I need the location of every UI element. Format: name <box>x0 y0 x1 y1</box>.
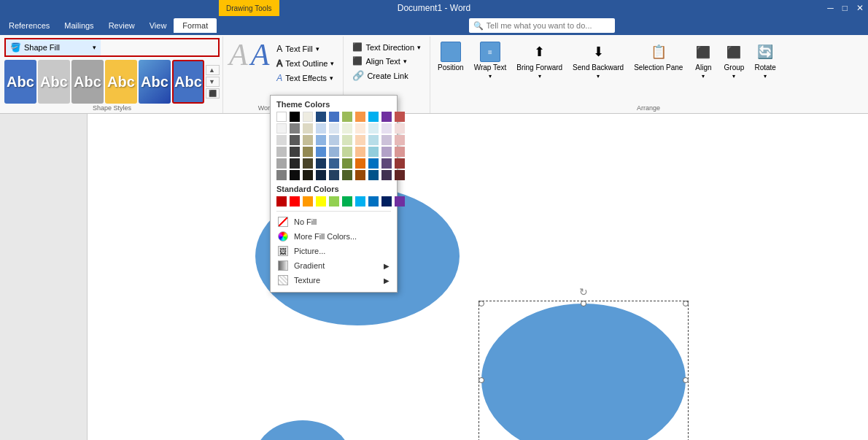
abc-style-gray[interactable]: Abc <box>38 60 70 104</box>
texture-item[interactable]: Texture ▶ <box>276 273 391 287</box>
theme-color-cell[interactable] <box>381 123 392 134</box>
theme-color-cell[interactable] <box>381 135 392 145</box>
theme-color-cell[interactable] <box>303 158 313 169</box>
abc-style-yellow[interactable]: Abc <box>105 60 137 104</box>
theme-color-cell[interactable] <box>342 135 352 145</box>
expand-icon[interactable]: ⬛ <box>206 88 220 99</box>
std-color-cell[interactable] <box>290 196 300 207</box>
theme-color-cell[interactable] <box>303 170 313 180</box>
rotate-handle[interactable]: ↻ <box>578 286 589 298</box>
maximize-icon[interactable]: □ <box>842 3 848 13</box>
menu-item-view[interactable]: View <box>142 18 174 33</box>
menu-item-mailings[interactable]: Mailings <box>57 18 101 33</box>
theme-color-cell[interactable] <box>395 112 405 122</box>
abc-style-blue[interactable]: Abc <box>4 60 36 104</box>
theme-color-cell[interactable] <box>276 123 287 134</box>
theme-color-cell[interactable] <box>290 123 300 134</box>
no-fill-item[interactable]: No Fill <box>276 215 391 229</box>
theme-color-cell[interactable] <box>316 170 326 180</box>
align-text-btn[interactable]: ⬛ Align Text ▾ <box>349 55 424 67</box>
gradient-item[interactable]: Gradient ▶ <box>276 258 391 273</box>
wordart-a-gray[interactable]: A <box>229 39 248 70</box>
wordart-a-blue[interactable]: A <box>251 39 270 70</box>
selection-pane-btn[interactable]: 📋 Selection Pane <box>629 39 687 82</box>
theme-color-cell[interactable] <box>395 147 405 157</box>
position-btn[interactable]: Position <box>433 39 468 82</box>
theme-color-cell[interactable] <box>290 158 300 169</box>
align-btn[interactable]: ⬛ Align ▾ <box>689 39 718 82</box>
theme-color-cell[interactable] <box>342 112 352 122</box>
std-color-cell[interactable] <box>355 196 365 207</box>
theme-color-cell[interactable] <box>290 147 300 157</box>
picture-item[interactable]: 🖼 Picture... <box>276 244 391 258</box>
group-btn[interactable]: ⬛ Group ▾ <box>719 39 748 82</box>
std-color-cell[interactable] <box>395 196 405 207</box>
theme-color-cell[interactable] <box>276 135 287 145</box>
text-outline-btn[interactable]: A Text Outline ▾ <box>274 57 337 70</box>
abc-style-blue2[interactable]: Abc <box>139 60 171 104</box>
handle-top-mid[interactable] <box>581 301 586 306</box>
theme-color-cell[interactable] <box>395 170 405 180</box>
theme-color-cell[interactable] <box>329 170 339 180</box>
theme-color-cell[interactable] <box>342 147 352 157</box>
more-fill-colors-item[interactable]: More Fill Colors... <box>276 229 391 244</box>
theme-color-cell[interactable] <box>276 158 287 169</box>
theme-color-cell[interactable] <box>303 123 313 134</box>
theme-color-cell[interactable] <box>329 158 339 169</box>
theme-color-cell[interactable] <box>355 170 365 180</box>
theme-color-cell[interactable] <box>329 112 339 122</box>
theme-color-cell[interactable] <box>342 123 352 134</box>
handle-top-left[interactable] <box>478 301 484 306</box>
theme-color-cell[interactable] <box>329 123 339 134</box>
std-color-cell[interactable] <box>276 196 287 207</box>
theme-color-cell[interactable] <box>355 112 365 122</box>
close-icon[interactable]: ✕ <box>856 3 864 13</box>
theme-color-cell[interactable] <box>381 147 392 157</box>
theme-color-cell[interactable] <box>355 158 365 169</box>
theme-color-cell[interactable] <box>368 123 379 134</box>
menu-item-references[interactable]: References <box>1 18 57 33</box>
theme-color-cell[interactable] <box>355 135 365 145</box>
ellipse-3[interactable] <box>255 420 350 440</box>
theme-color-cell[interactable] <box>303 112 313 122</box>
theme-color-cell[interactable] <box>381 170 392 180</box>
theme-color-cell[interactable] <box>290 170 300 180</box>
abc-style-blue3[interactable]: Abc <box>172 60 204 104</box>
scroll-down-icon[interactable]: ▼ <box>206 77 220 87</box>
menu-item-review[interactable]: Review <box>101 18 142 33</box>
theme-color-cell[interactable] <box>395 123 405 134</box>
text-direction-btn[interactable]: ⬛ Text Direction ▾ <box>349 41 424 53</box>
theme-color-cell[interactable] <box>290 135 300 145</box>
menu-item-format[interactable]: Format <box>174 18 217 33</box>
theme-color-cell[interactable] <box>303 147 313 157</box>
search-input[interactable] <box>487 21 603 30</box>
handle-top-right[interactable] <box>683 301 689 306</box>
theme-color-cell[interactable] <box>329 135 339 145</box>
theme-color-cell[interactable] <box>316 147 326 157</box>
theme-color-cell[interactable] <box>276 147 287 157</box>
theme-color-cell[interactable] <box>395 158 405 169</box>
wrap-text-btn[interactable]: ≡ Wrap Text ▾ <box>470 39 511 82</box>
create-link-btn[interactable]: 🔗 Create Link <box>349 69 424 82</box>
theme-color-cell[interactable] <box>316 112 326 122</box>
minimize-icon[interactable]: ─ <box>827 3 834 13</box>
bring-forward-btn[interactable]: ⬆ Bring Forward ▾ <box>512 39 567 82</box>
theme-color-cell[interactable] <box>368 147 379 157</box>
theme-color-cell[interactable] <box>381 112 392 122</box>
theme-color-cell[interactable] <box>316 135 326 145</box>
shape-fill-button[interactable]: 🪣 Shape Fill ▾ <box>6 39 101 55</box>
theme-color-cell[interactable] <box>355 147 365 157</box>
theme-color-cell[interactable] <box>290 112 300 122</box>
theme-color-cell[interactable] <box>303 135 313 145</box>
theme-color-cell[interactable] <box>355 123 365 134</box>
theme-color-cell[interactable] <box>316 123 326 134</box>
handle-mid-left[interactable] <box>478 377 484 383</box>
std-color-cell[interactable] <box>316 196 326 207</box>
scroll-up-icon[interactable]: ▲ <box>206 65 220 75</box>
rotate-btn[interactable]: 🔄 Rotate ▾ <box>750 39 780 82</box>
theme-color-cell[interactable] <box>276 112 287 122</box>
theme-color-cell[interactable] <box>316 158 326 169</box>
text-effects-btn[interactable]: A Text Effects ▾ <box>274 72 337 85</box>
handle-mid-right[interactable] <box>683 377 689 383</box>
theme-color-cell[interactable] <box>368 158 379 169</box>
